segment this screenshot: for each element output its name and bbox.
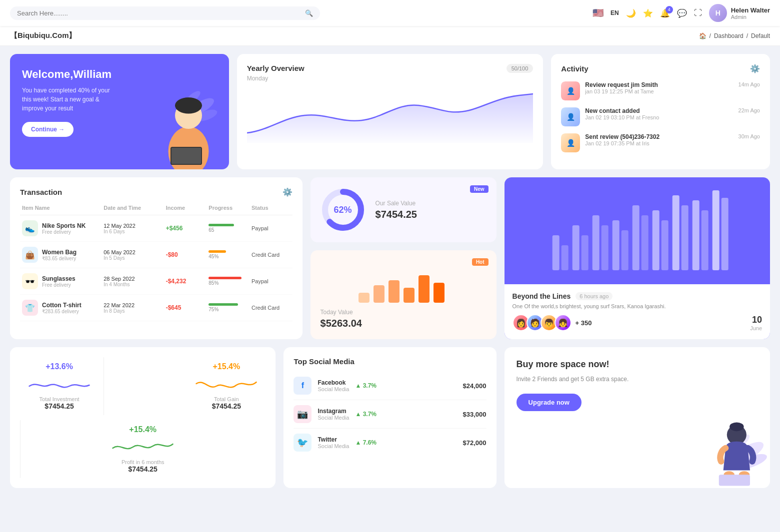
upgrade-title: Buy more space now!	[516, 359, 758, 370]
chat-icon[interactable]: 💬	[677, 8, 687, 18]
beyond-section: Beyond the Lines 6 hours ago One Of the …	[504, 284, 770, 339]
item-progress-2: 45%	[208, 250, 248, 259]
facebook-info: Facebook Social Media	[318, 379, 349, 392]
facebook-growth: ▲ 3.7%	[355, 382, 376, 389]
top-navigation: 🔍 🇺🇸 EN 🌙 ⭐ 🔔4 💬 ⛶ H Helen Walter Admin	[0, 0, 780, 26]
breadcrumb-bar: 【Biqubiqu.Com】 🏠 / Dashboard / Default	[0, 26, 780, 46]
divider-1	[104, 357, 104, 415]
new-badge: New	[470, 185, 488, 193]
item-date-4: 22 Mar 2022 In 8 Days	[104, 302, 162, 314]
item-sub-2: ₹83.65 delivery	[42, 256, 76, 261]
svg-rect-7	[171, 148, 200, 164]
item-date-3: 28 Sep 2022 In 4 Months	[104, 276, 162, 287]
sale-new-value: $7454.25	[376, 209, 417, 220]
bell-badge: 4	[666, 6, 673, 13]
stat-1-percent: +13.6%	[46, 362, 73, 371]
item-info-3: Sunglasses Free delivery	[42, 275, 76, 288]
facebook-icon: f	[294, 377, 312, 395]
welcome-description: You have completed 40% of your this week…	[22, 86, 112, 113]
home-icon[interactable]: 🏠	[699, 32, 706, 39]
search-bar[interactable]: 🔍	[10, 6, 320, 20]
upgrade-illustration	[690, 408, 770, 488]
social-header: Top Social Media	[294, 357, 486, 366]
upgrade-desc: Invite 2 Friends and get 5 GB extra spac…	[516, 375, 758, 384]
expand-icon[interactable]: ⛶	[694, 8, 702, 17]
item-date-1: 12 May 2022 In 6 Days	[104, 223, 162, 234]
item-icon-3: 🕶️	[22, 273, 38, 289]
star-icon[interactable]: ⭐	[643, 8, 653, 18]
stat-2-percent: +15.4%	[212, 362, 240, 371]
item-cell-2: 👜 Women Bag ₹83.65 delivery	[22, 247, 100, 263]
row-3: +13.6% Total Investment $7454.25 +15.4% …	[10, 347, 770, 488]
sale-new-info: Our Sale Value $7454.25	[376, 200, 417, 220]
item-status-3: Paypal	[252, 278, 290, 284]
social-title: Top Social Media	[294, 357, 354, 366]
item-status-1: Paypal	[252, 225, 290, 231]
donut-chart: 62%	[320, 187, 366, 232]
sale-new-label: Our Sale Value	[376, 200, 417, 207]
stat-3-percent: +15.4%	[129, 425, 156, 434]
table-row: 🕶️ Sunglasses Free delivery 28 Sep 2022 …	[20, 268, 292, 295]
activity-item-1: 👤 Review request jim Smith jan 03 19 12:…	[561, 81, 760, 100]
activity-content-1: Review request jim Smith jan 03 19 12:25…	[585, 81, 733, 94]
col-item-name: Item Name	[22, 205, 100, 211]
social-row-twitter: 🐦 Twitter Social Media ▲ 7.6% $72,000	[294, 429, 486, 457]
dark-mode-icon[interactable]: 🌙	[626, 8, 636, 18]
activity-time-1: 14m Ago	[738, 81, 760, 87]
svg-rect-16	[552, 235, 559, 270]
stat-2-wave	[187, 371, 266, 396]
activity-sub-1: jan 03 19 12:25 PM at Tame	[585, 88, 733, 94]
stat-3-label: Profit in 6 months	[122, 459, 164, 465]
svg-rect-30	[692, 200, 699, 270]
search-input[interactable]	[17, 9, 301, 17]
breadcrumb-dashboard[interactable]: Dashboard	[714, 32, 744, 39]
col-progress: Progress	[208, 205, 248, 211]
facebook-amount: $24,000	[463, 382, 486, 390]
mini-stat-3: +15.4% Profit in 6 months $7454.25	[104, 420, 182, 478]
svg-rect-14	[418, 275, 430, 303]
item-info-2: Women Bag ₹83.65 delivery	[42, 249, 76, 261]
avatar: H	[709, 4, 727, 22]
item-cell-3: 🕶️ Sunglasses Free delivery	[22, 273, 100, 289]
sale-hot-card: Hot Today Value $5263.04	[310, 250, 496, 339]
svg-rect-22	[612, 220, 619, 270]
svg-rect-20	[592, 215, 599, 270]
twitter-type: Social Media	[318, 443, 349, 449]
brand-logo: 【Biqubiqu.Com】	[10, 31, 76, 40]
svg-point-38	[730, 422, 744, 431]
upgrade-button[interactable]: Upgrade now	[516, 394, 582, 411]
language-label[interactable]: EN	[610, 9, 619, 16]
item-name-3: Sunglasses	[42, 275, 76, 282]
svg-rect-29	[681, 205, 688, 270]
item-status-4: Credit Card	[252, 305, 290, 311]
svg-rect-27	[661, 220, 668, 270]
stat-2-value: $7454.25	[212, 402, 241, 410]
search-icon: 🔍	[305, 9, 313, 17]
transaction-settings-icon[interactable]: ⚙️	[282, 187, 292, 197]
activity-content-2: New contact added Jan 02 19 03:10 PM at …	[585, 107, 733, 120]
svg-rect-13	[404, 288, 414, 303]
svg-rect-17	[561, 245, 568, 270]
activity-settings-icon[interactable]: ⚙️	[750, 64, 760, 73]
table-row: 👜 Women Bag ₹83.65 delivery 06 May 2022 …	[20, 242, 292, 268]
item-progress-4: 75%	[208, 303, 248, 312]
item-name-2: Women Bag	[42, 249, 76, 256]
yearly-subtitle: Monday	[247, 75, 534, 82]
item-cell-4: 👕 Cotton T-shirt ₹283.65 delivery	[22, 300, 100, 316]
activity-title-2: New contact added	[585, 107, 733, 114]
yearly-title: Yearly Overview	[247, 64, 304, 72]
svg-rect-24	[632, 205, 639, 270]
facebook-type: Social Media	[318, 386, 349, 392]
activity-title-1: Review request jim Smith	[585, 81, 733, 88]
bell-icon[interactable]: 🔔4	[660, 8, 670, 18]
yearly-overview-card: Yearly Overview 50/100 Monday	[237, 54, 544, 169]
continue-button[interactable]: Continue →	[22, 122, 74, 137]
svg-rect-10	[358, 293, 370, 303]
twitter-amount: $72,000	[463, 439, 486, 447]
item-info-1: Nike Sports NK Free delivery	[42, 222, 86, 235]
item-income-2: -$80	[166, 251, 205, 258]
item-income-4: -$645	[166, 304, 205, 311]
user-profile[interactable]: H Helen Walter Admin	[709, 4, 770, 22]
facebook-name: Facebook	[318, 379, 349, 386]
activity-time-3: 30m Ago	[738, 133, 760, 139]
